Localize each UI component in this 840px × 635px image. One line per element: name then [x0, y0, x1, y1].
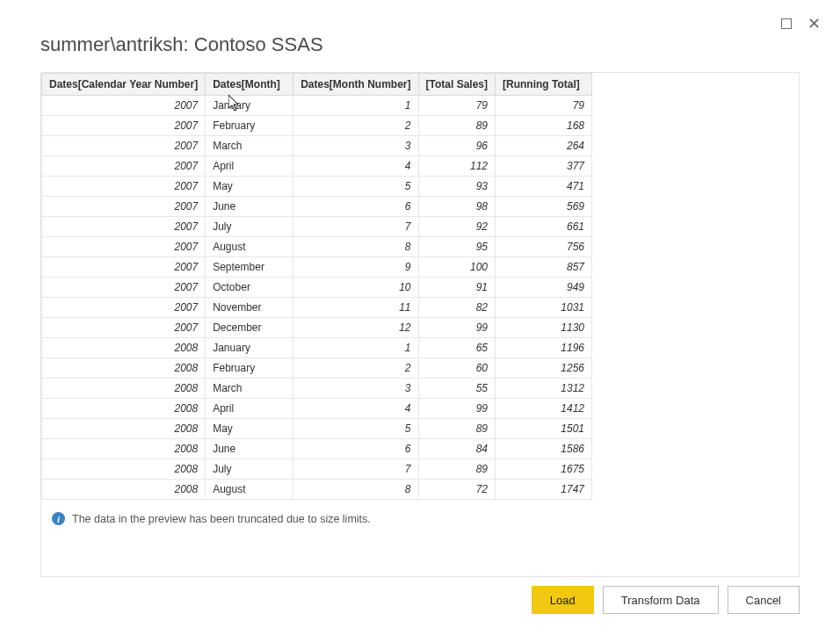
cell-total[interactable]: 92 [418, 217, 495, 237]
table-row[interactable]: 2008June6841586 [42, 439, 592, 459]
cell-total[interactable]: 79 [418, 96, 495, 116]
cell-monthnum[interactable]: 7 [293, 217, 418, 237]
cell-year[interactable]: 2007 [42, 318, 206, 338]
cell-month[interactable]: February [206, 358, 293, 379]
cancel-button[interactable]: Cancel [728, 586, 800, 614]
cell-month[interactable]: March [206, 136, 293, 156]
cell-year[interactable]: 2008 [42, 480, 206, 500]
cell-year[interactable]: 2008 [42, 358, 206, 379]
cell-year[interactable]: 2007 [42, 136, 206, 156]
table-row[interactable]: 2008July7891675 [42, 459, 592, 480]
cell-running[interactable]: 857 [496, 257, 592, 278]
cell-monthnum[interactable]: 4 [293, 399, 418, 419]
cell-month[interactable]: September [206, 257, 293, 278]
table-row[interactable]: 2008May5891501 [42, 419, 592, 439]
cell-running[interactable]: 1312 [496, 379, 592, 399]
cell-month[interactable]: August [206, 480, 293, 500]
cell-month[interactable]: July [206, 217, 293, 237]
cell-month[interactable]: April [206, 156, 293, 177]
cell-total[interactable]: 60 [418, 358, 495, 379]
cell-month[interactable]: March [206, 379, 293, 399]
cell-running[interactable]: 1196 [496, 338, 592, 358]
transform-data-button[interactable]: Transform Data [603, 586, 719, 614]
cell-monthnum[interactable]: 3 [293, 136, 418, 156]
cell-running[interactable]: 1675 [496, 459, 592, 480]
cell-month[interactable]: May [206, 177, 293, 197]
cell-running[interactable]: 264 [496, 136, 592, 156]
cell-month[interactable]: June [206, 439, 293, 459]
table-row[interactable]: 2007April4112377 [42, 156, 592, 177]
table-row[interactable]: 2008April4991412 [42, 399, 592, 419]
cell-monthnum[interactable]: 5 [293, 177, 418, 197]
cell-month[interactable]: October [206, 278, 293, 298]
table-row[interactable]: 2008January1651196 [42, 338, 592, 358]
cell-monthnum[interactable]: 8 [293, 480, 418, 500]
cell-year[interactable]: 2007 [42, 197, 206, 217]
cell-total[interactable]: 93 [418, 177, 495, 197]
col-header-monthnum[interactable]: Dates[Month Number] [293, 74, 418, 96]
cell-year[interactable]: 2008 [42, 439, 206, 459]
cell-running[interactable]: 79 [496, 96, 592, 116]
cell-running[interactable]: 1130 [496, 318, 592, 338]
cell-year[interactable]: 2007 [42, 278, 206, 298]
table-row[interactable]: 2008February2601256 [42, 358, 592, 379]
cell-total[interactable]: 82 [418, 298, 495, 318]
table-row[interactable]: 2007July792661 [42, 217, 592, 237]
table-row[interactable]: 2007August895756 [42, 237, 592, 257]
table-row[interactable]: 2007March396264 [42, 136, 592, 156]
maximize-icon[interactable] [781, 18, 792, 29]
cell-total[interactable]: 96 [418, 136, 495, 156]
cell-total[interactable]: 99 [418, 318, 495, 338]
cell-total[interactable]: 89 [418, 116, 495, 136]
cell-year[interactable]: 2008 [42, 459, 206, 480]
cell-running[interactable]: 569 [496, 197, 592, 217]
cell-month[interactable]: January [206, 338, 293, 358]
cell-total[interactable]: 91 [418, 278, 495, 298]
table-row[interactable]: 2007May593471 [42, 177, 592, 197]
cell-running[interactable]: 168 [496, 116, 592, 136]
cell-month[interactable]: May [206, 419, 293, 439]
cell-year[interactable]: 2007 [42, 177, 206, 197]
load-button[interactable]: Load [532, 586, 594, 614]
cell-running[interactable]: 377 [496, 156, 592, 177]
cell-running[interactable]: 1031 [496, 298, 592, 318]
cell-month[interactable]: June [206, 197, 293, 217]
cell-total[interactable]: 98 [418, 197, 495, 217]
cell-monthnum[interactable]: 6 [293, 197, 418, 217]
cell-month[interactable]: February [206, 116, 293, 136]
cell-month[interactable]: December [206, 318, 293, 338]
cell-month[interactable]: November [206, 298, 293, 318]
cell-monthnum[interactable]: 2 [293, 116, 418, 136]
cell-total[interactable]: 72 [418, 480, 495, 500]
cell-year[interactable]: 2008 [42, 419, 206, 439]
cell-running[interactable]: 756 [496, 237, 592, 257]
cell-monthnum[interactable]: 10 [293, 278, 418, 298]
cell-total[interactable]: 55 [418, 379, 495, 399]
cell-year[interactable]: 2007 [42, 298, 206, 318]
cell-month[interactable]: January [206, 96, 293, 116]
cell-running[interactable]: 1256 [496, 358, 592, 379]
cell-monthnum[interactable]: 12 [293, 318, 418, 338]
table-row[interactable]: 2008August8721747 [42, 480, 592, 500]
cell-year[interactable]: 2008 [42, 399, 206, 419]
close-icon[interactable]: ✕ [807, 16, 821, 32]
cell-year[interactable]: 2007 [42, 217, 206, 237]
table-row[interactable]: 2007November11821031 [42, 298, 592, 318]
cell-monthnum[interactable]: 3 [293, 379, 418, 399]
cell-running[interactable]: 1586 [496, 439, 592, 459]
cell-running[interactable]: 661 [496, 217, 592, 237]
cell-monthnum[interactable]: 9 [293, 257, 418, 278]
cell-year[interactable]: 2008 [42, 338, 206, 358]
cell-total[interactable]: 89 [418, 459, 495, 480]
table-row[interactable]: 2007December12991130 [42, 318, 592, 338]
table-row[interactable]: 2007June698569 [42, 197, 592, 217]
cell-monthnum[interactable]: 7 [293, 459, 418, 480]
cell-total[interactable]: 65 [418, 338, 495, 358]
cell-running[interactable]: 1501 [496, 419, 592, 439]
cell-monthnum[interactable]: 6 [293, 439, 418, 459]
cell-monthnum[interactable]: 11 [293, 298, 418, 318]
cell-monthnum[interactable]: 2 [293, 358, 418, 379]
table-row[interactable]: 2007September9100857 [42, 257, 592, 278]
col-header-year[interactable]: Dates[Calendar Year Number] [42, 74, 206, 96]
cell-year[interactable]: 2008 [42, 379, 206, 399]
